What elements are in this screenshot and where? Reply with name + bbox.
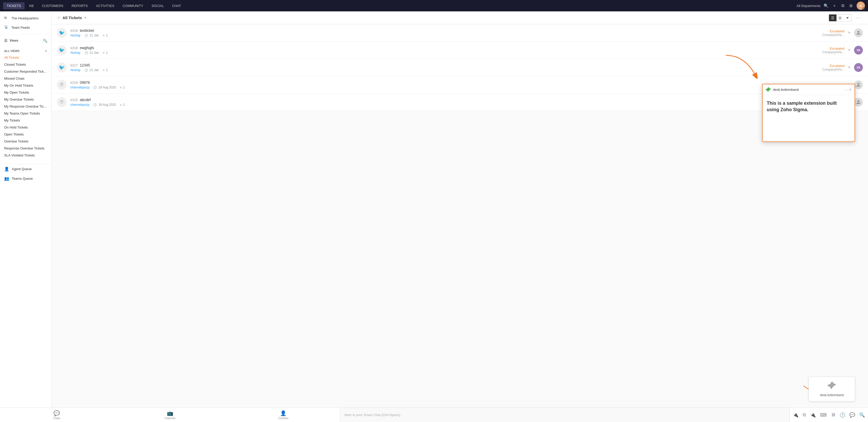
title-dropdown-arrow[interactable]: ▼	[84, 16, 87, 19]
search-icon[interactable]: 🔍	[824, 3, 829, 8]
view-on-hold[interactable]: On Hold Tickets	[0, 124, 52, 131]
ticket-assignee-link[interactable]: channelqaxzp	[70, 103, 89, 107]
grid-icon: ⊞	[4, 16, 9, 21]
view-my-teams-open[interactable]: My Teams Open Tickets	[0, 110, 52, 117]
bottom-nav-chats[interactable]: 💬 Chats	[0, 409, 114, 421]
view-open-tickets[interactable]: Open Tickets	[0, 131, 52, 138]
view-more-button[interactable]: ▼	[844, 15, 851, 21]
ticket-assignee-link[interactable]: Akshay	[70, 68, 80, 72]
ticket-assignee-avatar	[854, 98, 863, 107]
wifi-icon: 📡	[4, 25, 9, 30]
twitter-icon: 🐦	[59, 65, 65, 70]
extension-message: This is a sample extension built using Z…	[767, 100, 850, 113]
view-missed-chats[interactable]: Missed Chats	[0, 75, 52, 82]
sidebar-item-agent-queue[interactable]: 👤 Agent Queue	[0, 164, 52, 174]
agent-queue-label: Agent Queue	[12, 167, 32, 171]
ticket-assignee-avatar	[854, 28, 863, 37]
ticket-assignee-link[interactable]: Akshay	[70, 51, 80, 55]
ticket-replies: 1	[106, 34, 108, 37]
contacts-label: Contacts	[278, 417, 288, 420]
clock-bottom-icon[interactable]: 🕐	[840, 412, 845, 418]
flag-icon[interactable]: ⚑	[847, 48, 851, 52]
company-label: CompanyAVlo...	[822, 33, 844, 37]
view-my-overdue[interactable]: My Overdue Tickets	[0, 96, 52, 103]
ticket-assignee-link[interactable]: Akshay	[70, 34, 80, 37]
flag-icon[interactable]: ⚑	[847, 65, 851, 69]
department-selector[interactable]: All Departments	[797, 4, 820, 8]
view-sla-violated[interactable]: SLA Violated Tickets	[0, 152, 52, 159]
nav-reports[interactable]: REPORTS	[68, 2, 91, 9]
view-toggle-group: ☰ ⊞ ▼	[829, 14, 852, 22]
ticket-assignee-link[interactable]: channelqaxzp	[70, 86, 89, 89]
ticket-channel-avatar: 🐦	[57, 28, 67, 38]
ticket-subject: ewgfsgfs	[80, 46, 94, 50]
nav-community[interactable]: COMMUNITY	[119, 2, 147, 9]
clock-icon: 🕐	[85, 34, 88, 37]
view-overdue[interactable]: Overdue Tickets	[0, 138, 52, 145]
sidebar-item-headquarters[interactable]: ⊞ The Headquarters	[0, 13, 52, 23]
replies-icon: ≡	[120, 86, 121, 89]
extension-panel[interactable]: desk.bottomband ··· ∧ This is a sample e…	[762, 84, 855, 142]
extension-icon[interactable]: 🔌	[793, 412, 799, 418]
table-row[interactable]: 🐦 #219 testticket Akshay · 🕐 21 Jan · ≡	[52, 24, 868, 41]
keyboard-icon[interactable]: ⌨	[820, 412, 827, 418]
extension-body: This is a sample extension built using Z…	[763, 95, 855, 141]
view-my-response-overdue[interactable]: My Response Overdue Tic...	[0, 103, 52, 110]
views-label: Views	[9, 39, 18, 43]
table-row[interactable]: 🐦 #217 12345 Akshay · 🕐 21 Jan · ≡ 1	[52, 59, 868, 76]
table-row[interactable]: ⏱ #215 abcdef channelqaxzp · 🕐 18 Aug 20…	[52, 93, 868, 111]
view-my-on-hold[interactable]: My On Hold Tickets	[0, 82, 52, 89]
ticket-replies: 1	[123, 103, 125, 107]
view-my-open[interactable]: My Open Tickets	[0, 89, 52, 96]
view-customer-responded[interactable]: Customer Responded Tick...	[0, 68, 52, 75]
nav-tickets[interactable]: TICKETS	[3, 2, 25, 9]
share-icon[interactable]: 🔌	[810, 412, 816, 418]
view-my-tickets[interactable]: My Tickets	[0, 117, 52, 124]
settings-icon[interactable]: ⚙	[848, 3, 854, 8]
bottom-nav-channels[interactable]: 📺 Channels	[114, 409, 227, 421]
ticket-assignee-avatar: VA	[854, 46, 863, 55]
avatar[interactable]: A	[857, 2, 865, 10]
grid-view-button[interactable]: ⊞	[836, 15, 844, 21]
monitor-icon[interactable]: 🖥	[831, 412, 835, 418]
content-header: ☆ All Tickets ▼ ☰ ⊞ ▼ ···	[52, 11, 868, 24]
ticket-channel-avatar: 🐦	[57, 45, 67, 55]
layers-icon[interactable]: ⧉	[803, 412, 806, 418]
nav-activities[interactable]: ACTIVITIES	[92, 2, 118, 9]
ticket-date: 21 Jan	[90, 68, 99, 72]
smart-chat-input[interactable]: Here is your Smart Chat (Ctrl+Space)	[340, 408, 790, 422]
status-label: Escalated	[822, 64, 844, 68]
chat-icon[interactable]: 💬	[849, 412, 855, 418]
view-response-overdue[interactable]: Response Overdue Tickets	[0, 145, 52, 152]
sidebar-item-teams-queue[interactable]: 👥 Teams Queue	[0, 174, 52, 183]
headquarters-label: The Headquarters	[11, 16, 38, 20]
mini-extension-card[interactable]: desk.bottomband	[809, 377, 855, 401]
search-bottom-icon[interactable]: 🔍	[859, 412, 865, 418]
table-row[interactable]: ⏱ #216 09876 channelqaxzp · 🕐 18 Aug 202…	[52, 76, 868, 93]
nav-social[interactable]: SOCIAL	[148, 2, 168, 9]
table-row[interactable]: 🐦 #218 ewgfsgfs Akshay · 🕐 21 Jan · ≡ 1	[52, 41, 868, 59]
more-options-button[interactable]: ···	[854, 14, 863, 22]
view-all-tickets[interactable]: All Tickets	[0, 54, 52, 61]
add-icon[interactable]: ＋	[832, 3, 837, 8]
flag-icon[interactable]: ⚑	[847, 31, 851, 35]
team-feeds-label: Team Feeds	[11, 26, 30, 29]
nav-customers[interactable]: CUSTOMERS	[38, 2, 67, 9]
search-views-icon[interactable]: 🔍	[43, 38, 47, 43]
sidebar-item-team-feeds[interactable]: 📡 Team Feeds	[0, 23, 52, 32]
bottom-nav-contacts[interactable]: 👤 Contacts	[226, 409, 340, 421]
list-view-button[interactable]: ☰	[829, 15, 836, 21]
favorite-star-icon[interactable]: ☆	[57, 15, 60, 20]
all-views-header: ALL VIEWS ▼	[0, 48, 52, 54]
twitter-icon: 🐦	[59, 47, 65, 53]
ticket-date: 21 Jan	[90, 34, 99, 37]
channels-label: Channels	[164, 417, 176, 420]
extension-collapse-icon[interactable]: ∧	[849, 88, 851, 91]
extension-more-icon[interactable]: ···	[844, 87, 847, 91]
launch-icon[interactable]: ⧉	[840, 3, 845, 8]
ticket-replies: 1	[123, 86, 125, 89]
nav-kb[interactable]: KB	[26, 2, 37, 9]
ticket-replies: 1	[106, 51, 108, 55]
view-closed-tickets[interactable]: Closed Tickets	[0, 61, 52, 68]
nav-chat[interactable]: CHAT	[168, 2, 184, 9]
